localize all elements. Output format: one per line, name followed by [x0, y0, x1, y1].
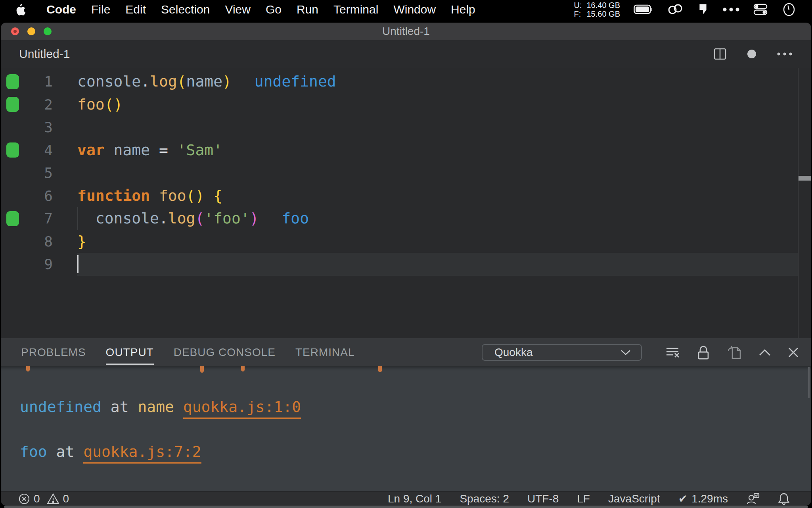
- menu-item-view[interactable]: View: [225, 3, 250, 16]
- control-center-icon[interactable]: [753, 4, 768, 15]
- open-log-file-icon[interactable]: [727, 345, 742, 360]
- code-line-8[interactable]: 8}: [1, 230, 811, 253]
- check-icon: ✔: [678, 492, 688, 505]
- menu-item-go[interactable]: Go: [266, 3, 282, 16]
- output-line: undefined at name quokka.js:1:0: [20, 396, 301, 418]
- code-line-6[interactable]: 6function foo() {: [1, 185, 811, 208]
- gutter: 6: [1, 185, 77, 208]
- window-title-bar[interactable]: Untitled-1: [1, 23, 811, 40]
- gutter: 1: [1, 70, 77, 93]
- minimize-window-button[interactable]: [27, 27, 35, 35]
- menu-item-terminal[interactable]: Terminal: [333, 3, 378, 16]
- panel-tabs: PROBLEMSOUTPUTDEBUG CONSOLETERMINAL: [1, 338, 355, 367]
- split-editor-icon[interactable]: [714, 48, 726, 60]
- gutter: 2: [1, 93, 77, 116]
- window-controls: [11, 23, 52, 40]
- code-line-9[interactable]: 9: [1, 253, 811, 276]
- menu-items: CodeFileEditSelectionViewGoRunTerminalWi…: [39, 3, 483, 16]
- quokka-coverage-square: [6, 211, 19, 226]
- code-line-3[interactable]: 3: [1, 116, 811, 139]
- output-link[interactable]: quokka.js:1:0: [183, 398, 301, 419]
- status-bar: 0 0 Ln 9, Col 1Spaces: 2UTF-8LFJavaScrip…: [1, 491, 811, 506]
- output-channel-select[interactable]: Quokka: [482, 344, 642, 361]
- line-number: 8: [44, 230, 53, 253]
- bell-icon[interactable]: [778, 492, 790, 506]
- quokka-coverage-square: [6, 74, 19, 89]
- vscode-window: Untitled-1 Untitled-1 1console.log(name)…: [1, 23, 811, 506]
- panel-tab-output[interactable]: OUTPUT: [106, 338, 154, 367]
- menu-item-code[interactable]: Code: [46, 3, 76, 16]
- window-title: Untitled-1: [382, 25, 430, 38]
- maximize-panel-icon[interactable]: [758, 348, 771, 356]
- code-line-5[interactable]: 5: [1, 162, 811, 185]
- panel-scrollbar[interactable]: [808, 367, 810, 398]
- line-number: 3: [44, 116, 53, 139]
- problems-status[interactable]: 0 0: [18, 493, 69, 505]
- indent-guide: [77, 207, 78, 230]
- overview-ruler[interactable]: [798, 68, 811, 338]
- clear-output-icon[interactable]: [666, 346, 680, 359]
- panel-tab-terminal[interactable]: TERMINAL: [295, 338, 355, 367]
- ruler-cursor-marker: [799, 176, 811, 181]
- code-text: [77, 253, 798, 276]
- line-number: 6: [44, 185, 53, 208]
- link-icon[interactable]: [667, 4, 684, 15]
- quokka-time[interactable]: ✔1.29ms: [678, 492, 728, 505]
- status-item-javascript[interactable]: JavaScript: [608, 493, 660, 505]
- code-text: [77, 116, 798, 139]
- menu-item-run[interactable]: Run: [297, 3, 318, 16]
- line-number: 4: [44, 139, 53, 162]
- line-number: 1: [44, 70, 53, 93]
- gutter: 5: [1, 162, 77, 185]
- close-panel-icon[interactable]: [788, 347, 799, 358]
- chevron-down-icon: [620, 349, 631, 356]
- battery-icon[interactable]: [634, 4, 653, 15]
- apple-menu-icon[interactable]: [13, 4, 27, 16]
- warnings-count: 0: [63, 493, 69, 505]
- lock-scroll-icon[interactable]: [697, 345, 710, 360]
- unsaved-dot-icon[interactable]: [747, 49, 756, 59]
- feedback-icon[interactable]: [746, 493, 760, 505]
- output-link[interactable]: quokka.js:7:2: [83, 443, 201, 464]
- output-console[interactable]: undefined at name quokka.js:1:0foo at qu…: [1, 366, 811, 491]
- editor-tab-title[interactable]: Untitled-1: [19, 47, 70, 61]
- status-item-utf-8[interactable]: UTF-8: [527, 493, 559, 505]
- code-line-2[interactable]: 2foo(): [1, 93, 811, 116]
- gutter: 8: [1, 230, 77, 253]
- line-number: 7: [44, 207, 53, 230]
- menu-item-edit[interactable]: Edit: [125, 3, 146, 16]
- clock-icon[interactable]: [782, 2, 796, 17]
- menu-item-help[interactable]: Help: [451, 3, 475, 16]
- code-line-7[interactable]: 7 console.log('foo') foo: [1, 207, 811, 230]
- code-line-1[interactable]: 1console.log(name) undefined: [1, 70, 811, 93]
- line-number: 2: [44, 93, 53, 116]
- more-actions-icon[interactable]: [777, 52, 793, 56]
- gutter: 9: [1, 253, 77, 276]
- status-item-ln-9-col-1[interactable]: Ln 9, Col 1: [388, 493, 441, 505]
- panel-tab-debug-console[interactable]: DEBUG CONSOLE: [174, 338, 276, 367]
- editor-header: Untitled-1: [1, 40, 811, 68]
- close-window-button[interactable]: [11, 27, 19, 35]
- code-lines: 1console.log(name) undefined2foo()34var …: [1, 70, 811, 276]
- panel-tab-problems[interactable]: PROBLEMS: [21, 338, 86, 367]
- zoom-window-button[interactable]: [44, 27, 52, 35]
- code-text: foo(): [77, 93, 798, 116]
- more-icon[interactable]: [722, 7, 740, 12]
- code-text: console.log(name) undefined: [77, 70, 798, 93]
- code-line-4[interactable]: 4var name = 'Sam': [1, 139, 811, 162]
- panel-header: PROBLEMSOUTPUTDEBUG CONSOLETERMINAL Quok…: [1, 338, 811, 366]
- app-shape-icon[interactable]: [697, 3, 709, 16]
- output-line: foo at quokka.js:7:2: [20, 441, 201, 463]
- status-item-lf[interactable]: LF: [577, 493, 590, 505]
- menu-item-file[interactable]: File: [91, 3, 110, 16]
- code-text: console.log('foo') foo: [77, 207, 798, 230]
- macos-menu-bar: CodeFileEditSelectionViewGoRunTerminalWi…: [0, 0, 812, 19]
- menu-item-window[interactable]: Window: [393, 3, 436, 16]
- line-number: 9: [44, 253, 53, 276]
- status-item-spaces-2[interactable]: Spaces: 2: [460, 493, 509, 505]
- menu-item-selection[interactable]: Selection: [161, 3, 210, 16]
- gutter: 7: [1, 207, 77, 230]
- quokka-coverage-square: [6, 97, 19, 112]
- code-editor[interactable]: 1console.log(name) undefined2foo()34var …: [1, 68, 811, 338]
- code-text: [77, 162, 798, 185]
